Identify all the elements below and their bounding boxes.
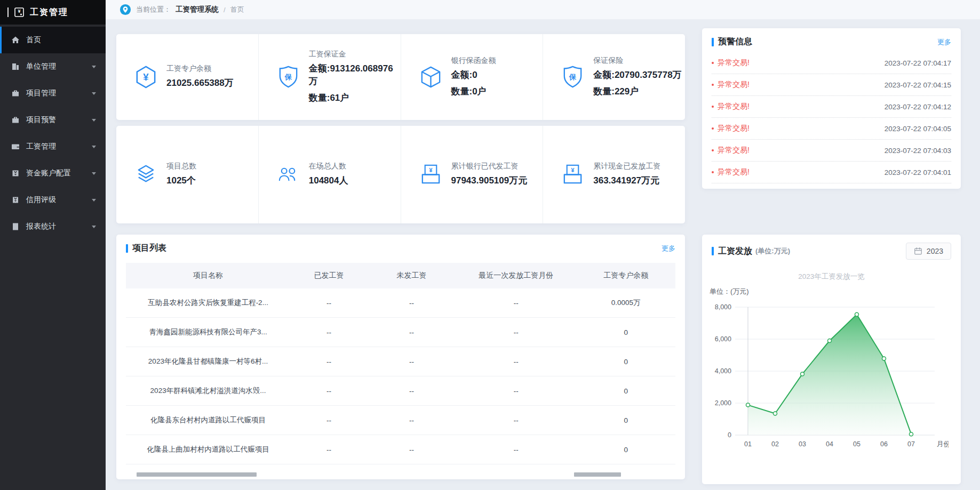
cell-paid: -- <box>290 406 368 435</box>
table-row[interactable]: 化隆县上曲加村村内道路以工代赈项目 -- -- -- 0 <box>126 435 675 464</box>
y-tick-label: 0 <box>728 431 731 439</box>
salary-chart-panel: 工资发放 (单位:万元) 2023 2023年工资发放一览 单位：(万元) 02… <box>702 235 961 484</box>
sidebar-item-credit-rating[interactable]: 信用评级 <box>0 187 106 213</box>
warning-text: 异常交易! <box>718 146 750 155</box>
stat-count: 数量:229户 <box>593 85 681 99</box>
breadcrumb-root[interactable]: 工资管理系统 <box>176 5 219 14</box>
warning-row[interactable]: 异常交易! 2023-07-22 07:04:12 <box>712 96 951 118</box>
cell-unpaid: -- <box>368 376 456 406</box>
table-row[interactable]: 青海鑫园新能源科技有限公司年产3... -- -- -- 0 <box>126 318 675 347</box>
stat-project-total: 项目总数 1025个 <box>116 126 259 223</box>
chart-point <box>774 412 777 415</box>
cell-balance: 0 <box>576 406 675 435</box>
chart-subtitle: 2023年工资发放一览 <box>702 272 961 282</box>
sidebar-item-reports[interactable]: 报表统计 <box>0 213 106 240</box>
warnings-more-link[interactable]: 更多 <box>937 37 951 47</box>
sidebar-item-label: 信用评级 <box>26 195 56 205</box>
sidebar-item-salary[interactable]: 工资管理 <box>0 133 106 160</box>
stat-count: 数量:0户 <box>451 85 496 99</box>
bullet-icon <box>712 84 714 86</box>
y-tick-label: 8,000 <box>715 303 731 311</box>
cube-icon <box>418 65 443 90</box>
clipped-table-row <box>137 472 257 477</box>
warning-row[interactable]: 异常交易! 2023-07-22 07:04:15 <box>712 74 951 96</box>
sidebar-item-label: 资金账户配置 <box>26 168 71 178</box>
bullet-icon <box>712 62 714 64</box>
sidebar-item-home[interactable]: 首页 <box>0 27 106 53</box>
salary-logo-icon: ¥ <box>13 6 25 18</box>
warning-row[interactable]: 异常交易! 2023-07-22 07:04:17 <box>712 52 951 74</box>
stat-amount: 金额:0 <box>451 69 496 82</box>
warning-text: 异常交易! <box>718 58 750 68</box>
cash-box-icon: ¥ <box>418 162 443 187</box>
cell-balance: 0.0005万 <box>576 288 675 318</box>
svg-text:¥: ¥ <box>429 167 432 173</box>
calendar-icon <box>914 247 922 255</box>
cell-last-month: -- <box>456 376 576 406</box>
dashboard-page: ¥ 工资管理 首页 单位管理 项目管理 项目 <box>0 0 980 490</box>
breadcrumb-current[interactable]: 首页 <box>230 5 244 14</box>
stat-count: 数量:61户 <box>309 92 401 105</box>
stats-card-row2: 项目总数 1025个 在场总人数 104804人 ¥ <box>116 126 685 223</box>
cell-project-name: 2023年群科镇滩北村溢洪道沟水毁... <box>126 376 290 406</box>
app-title: 工资管理 <box>30 7 68 18</box>
salary-line-chart: 02,0004,0006,0008,00001020304050607月份 <box>705 298 949 453</box>
title-accent-bar <box>712 247 714 255</box>
cell-balance: 0 <box>576 376 675 406</box>
people-icon <box>276 162 301 187</box>
stat-value: 1025个 <box>166 174 196 188</box>
breadcrumb-label: 当前位置： <box>136 5 171 14</box>
stat-value: 104804人 <box>309 174 348 188</box>
sidebar-item-project-alerts[interactable]: 项目预警 <box>0 107 106 133</box>
table-row[interactable]: 2023年群科镇滩北村溢洪道沟水毁... -- -- -- 0 <box>126 376 675 406</box>
warning-row[interactable]: 异常交易! 2023-07-22 07:04:03 <box>712 140 951 162</box>
cell-project-name: 化隆县上曲加村村内道路以工代赈项目 <box>126 435 290 464</box>
wallet-icon <box>11 142 20 151</box>
cell-balance: 0 <box>576 435 675 464</box>
chevron-down-icon <box>92 226 96 228</box>
warning-text: 异常交易! <box>718 167 750 177</box>
project-list-more-link[interactable]: 更多 <box>662 244 675 253</box>
sidebar: ¥ 工资管理 首页 单位管理 项目管理 项目 <box>0 0 106 490</box>
warning-time: 2023-07-22 07:04:01 <box>885 168 951 176</box>
bullet-icon <box>712 127 714 130</box>
col-header-balance: 工资专户余额 <box>576 263 675 288</box>
col-header-last-month: 最近一次发放工资月份 <box>456 263 576 288</box>
x-tick-label: 04 <box>826 440 833 448</box>
stat-value: 363.341927万元 <box>593 174 660 188</box>
stat-salary-deposit: 保 工资保证金 金额:913126.068976万 数量:61户 <box>259 34 401 120</box>
svg-text:¥: ¥ <box>143 71 149 83</box>
sidebar-item-label: 报表统计 <box>26 222 56 231</box>
stat-title: 累计银行已代发工资 <box>451 162 528 171</box>
title-accent-bar <box>712 38 714 46</box>
cell-last-month: -- <box>456 406 576 435</box>
project-table: 项目名称 已发工资 未发工资 最近一次发放工资月份 工资专户余额 互助县农村公路… <box>126 263 675 464</box>
stat-salary-account-balance: ¥ 工资专户余额 21025.665388万 <box>116 34 259 120</box>
salary-chart-unit-suffix: (单位:万元) <box>755 246 790 256</box>
sidebar-item-projects[interactable]: 项目管理 <box>0 80 106 107</box>
sidebar-nav: 首页 单位管理 项目管理 项目预警 工资管理 <box>0 25 106 240</box>
table-row[interactable]: 2023年化隆县甘都镇隆康一村等6村... -- -- -- 0 <box>126 347 675 376</box>
stat-value: 21025.665388万 <box>166 77 234 90</box>
year-select[interactable]: 2023 <box>906 243 951 260</box>
stat-cash-paid-total: ¥ 累计现金已发放工资 363.341927万元 <box>543 126 685 223</box>
sidebar-item-units[interactable]: 单位管理 <box>0 53 106 80</box>
briefcase-icon <box>11 89 20 98</box>
warning-time: 2023-07-22 07:04:12 <box>885 103 951 111</box>
chart-point <box>855 312 859 316</box>
cell-balance: 0 <box>576 318 675 347</box>
table-row[interactable]: 化隆县东台村村内道路以工代赈项目 -- -- -- 0 <box>126 406 675 435</box>
warning-row[interactable]: 异常交易! 2023-07-22 07:04:01 <box>712 162 951 183</box>
x-tick-label: 01 <box>744 440 752 448</box>
stat-amount: 金额:913126.068976万 <box>309 62 401 89</box>
sidebar-item-fund-accounts[interactable]: 资金账户配置 <box>0 160 106 187</box>
cell-unpaid: -- <box>368 435 456 464</box>
table-row[interactable]: 互助县农村公路灾后恢复重建工程-2... -- -- -- 0.0005万 <box>126 288 675 318</box>
chart-point <box>746 403 750 407</box>
col-header-unpaid: 未发工资 <box>368 263 456 288</box>
warning-row-clipped[interactable]: 异常交易! 2023-07-22 07:03:50 <box>712 183 951 189</box>
sidebar-item-label: 项目预警 <box>26 115 56 125</box>
warning-row[interactable]: 异常交易! 2023-07-22 07:04:05 <box>712 118 951 140</box>
stat-guarantee-insurance: 保 保证保险 金额:20790.375778万 数量:229户 <box>543 34 685 120</box>
chart-point <box>910 432 913 436</box>
